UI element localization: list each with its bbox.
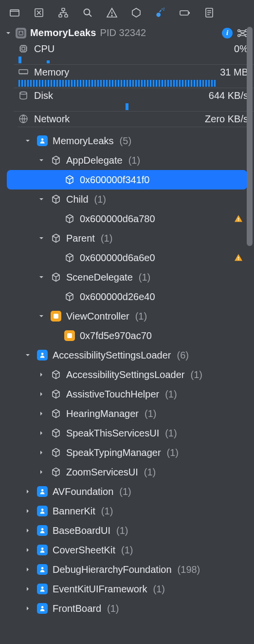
tree-row[interactable]: BaseBoardUI(1) — [0, 521, 247, 540]
tree-row[interactable]: 0x600000d6a780 — [0, 209, 247, 228]
chevron-right-icon[interactable] — [23, 606, 32, 611]
chevron-right-icon[interactable] — [37, 430, 46, 436]
svg-point-29 — [41, 489, 44, 492]
tree-row[interactable]: FrontBoard(1) — [0, 599, 247, 618]
tree-row[interactable]: 0x7fd5e970ac70 — [0, 326, 247, 345]
cube-icon — [50, 155, 62, 166]
tree-row[interactable]: AppDelegate(1) — [0, 151, 247, 170]
chevron-down-icon[interactable] — [37, 313, 46, 319]
folder-icon[interactable] — [6, 4, 23, 21]
tree-label: BaseBoardUI — [53, 525, 110, 536]
warning-icon[interactable] — [103, 4, 121, 21]
svg-rect-24 — [238, 218, 239, 220]
tree-count: (1) — [121, 545, 133, 556]
tree-row[interactable]: BannerKit(1) — [0, 501, 247, 521]
chevron-right-icon[interactable] — [23, 489, 32, 494]
tree-count: (1) — [101, 506, 113, 517]
cpu-gauge[interactable]: CPU 0% — [14, 41, 254, 64]
tree-row[interactable]: AccessibilitySettingsLoader(6) — [0, 345, 247, 365]
tree-row[interactable]: ViewController(1) — [0, 306, 247, 326]
tree-row[interactable]: SpeakThisServicesUI(1) — [0, 423, 247, 443]
navigator-toolbar — [0, 0, 254, 24]
memory-gauge[interactable]: Memory 31 MB — [14, 64, 254, 88]
scrollbar-thumb[interactable] — [247, 27, 253, 246]
svg-point-9 — [163, 8, 164, 9]
svg-point-27 — [238, 259, 239, 260]
svg-rect-0 — [10, 10, 19, 16]
tree-count: (1) — [165, 428, 177, 439]
inspect-icon[interactable] — [30, 4, 48, 21]
tree-row[interactable]: Parent(1) — [0, 228, 247, 248]
chevron-down-icon[interactable] — [5, 30, 12, 37]
tree-row[interactable]: ZoomServicesUI(1) — [0, 462, 247, 482]
tree-count: (1) — [94, 194, 106, 205]
search-icon[interactable] — [79, 4, 96, 21]
spray-icon[interactable] — [152, 4, 169, 21]
disk-gauge[interactable]: Disk 644 KB/s — [14, 88, 254, 111]
tree-row[interactable]: Child(1) — [0, 189, 247, 209]
battery-icon[interactable] — [176, 4, 194, 21]
chevron-right-icon[interactable] — [23, 547, 32, 553]
chevron-down-icon[interactable] — [23, 138, 32, 144]
cube-icon — [50, 194, 62, 205]
svg-rect-10 — [180, 11, 188, 15]
tree-row[interactable]: 0x600000f341f0 — [7, 170, 247, 189]
tree-label: ZoomServicesUI — [66, 467, 138, 478]
tree-row[interactable]: SpeakTypingManager(1) — [0, 443, 247, 462]
process-header[interactable]: MemoryLeaks PID 32342 i — [0, 24, 254, 41]
svg-rect-19 — [22, 47, 25, 50]
chevron-right-icon[interactable] — [37, 391, 46, 397]
chevron-right-icon[interactable] — [23, 586, 32, 592]
square-icon — [63, 330, 76, 341]
cube-icon — [50, 467, 62, 477]
tree-row[interactable]: EventKitUIFramework(1) — [0, 579, 247, 599]
tree-row[interactable]: HearingManager(1) — [0, 404, 247, 423]
chevron-right-icon[interactable] — [37, 450, 46, 455]
chevron-right-icon[interactable] — [23, 508, 32, 514]
tree-count: (1) — [128, 155, 140, 166]
chevron-down-icon[interactable] — [37, 274, 46, 280]
memory-icon — [18, 66, 29, 78]
chevron-down-icon[interactable] — [37, 157, 46, 163]
svg-point-7 — [162, 8, 163, 9]
tree-count: (1) — [101, 233, 112, 244]
tree-row[interactable]: CoverSheetKit(1) — [0, 540, 247, 560]
tree-label: AccessibilitySettingsLoader — [66, 369, 184, 380]
cube-icon — [63, 174, 76, 185]
chevron-right-icon[interactable] — [23, 567, 32, 572]
report-icon[interactable] — [200, 4, 218, 21]
tree-row[interactable]: AssistiveTouchHelper(1) — [0, 384, 247, 404]
tree-count: (1) — [167, 447, 179, 458]
info-icon[interactable]: i — [222, 28, 233, 38]
cpu-icon — [18, 43, 29, 55]
network-value: Zero KB/s — [205, 114, 248, 125]
tree-label: Child — [66, 194, 89, 205]
tree-row[interactable]: SceneDelegate(1) — [0, 267, 247, 287]
chevron-right-icon[interactable] — [23, 528, 32, 533]
tree-label: AssistiveTouchHelper — [66, 389, 159, 400]
breakpoint-icon[interactable] — [127, 4, 145, 21]
tree-row[interactable]: DebugHierarchyFoundation(198) — [0, 560, 247, 579]
network-gauge[interactable]: Network Zero KB/s — [14, 111, 254, 126]
cpu-bar — [18, 56, 247, 63]
tree-row[interactable]: MemoryLeaks(5) — [0, 131, 247, 151]
tree-row[interactable]: 0x600000d26e40 — [0, 287, 247, 306]
app-icon — [16, 28, 26, 38]
tree-label: HearingManager — [66, 408, 139, 419]
square-icon — [50, 311, 62, 322]
hierarchy-icon[interactable] — [54, 4, 72, 21]
scrollbar[interactable] — [247, 27, 253, 246]
tree-label: FrontBoard — [53, 603, 101, 614]
cpu-label: CPU — [34, 43, 54, 55]
chevron-down-icon[interactable] — [23, 352, 32, 358]
chevron-right-icon[interactable] — [37, 411, 46, 417]
svg-point-21 — [20, 92, 27, 95]
chevron-down-icon[interactable] — [37, 235, 46, 241]
tree-row[interactable]: 0x600000d6a6e0 — [0, 248, 247, 267]
tree-row[interactable]: AVFoundation(1) — [0, 482, 247, 501]
chevron-right-icon[interactable] — [37, 372, 46, 378]
svg-rect-3 — [59, 15, 62, 17]
chevron-down-icon[interactable] — [37, 196, 46, 202]
tree-row[interactable]: AccessibilitySettingsLoader(1) — [0, 365, 247, 384]
chevron-right-icon[interactable] — [37, 469, 46, 475]
